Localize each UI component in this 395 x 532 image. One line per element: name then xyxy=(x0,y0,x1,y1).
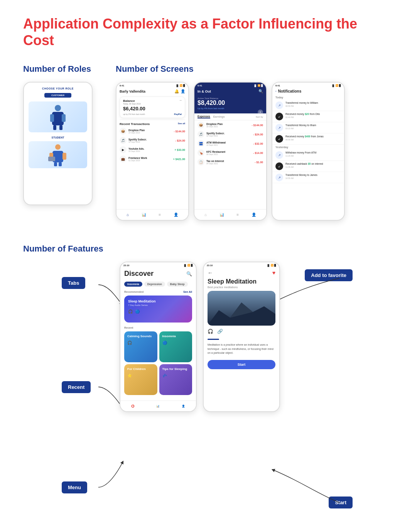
discover-status-icons: ▐▌ 🛜 ▉ xyxy=(183,264,193,267)
sleep-meditation-phone: 23:10 ▐▌ 🛜 ▉ ← ♥ Sleep Meditation Best p… xyxy=(203,262,280,412)
start-button[interactable]: Start xyxy=(208,360,275,369)
chart-nav-icon[interactable]: 📊 xyxy=(219,213,224,217)
features-section: Number of Features Tabs Recent Menu Add … xyxy=(23,244,372,532)
tx-date: 12 Sept 2019 xyxy=(128,141,173,143)
add-to-favorite-bubble: Add to favorite xyxy=(305,269,353,281)
notif-item: ↗ Withdraw money From ATM 11:20 AM xyxy=(272,150,344,161)
tx-date: 18 Sept 2021 xyxy=(206,125,250,128)
recent-transactions-header: Recent Transactions See all xyxy=(116,122,188,127)
notif-message: Received cashback $5 on interest xyxy=(285,162,341,166)
discover-search-icon[interactable]: 🔍 xyxy=(186,271,192,277)
sleep-divider xyxy=(208,339,219,340)
notif-icon: ↙ xyxy=(275,113,283,120)
sort-by[interactable]: Sort by xyxy=(256,116,263,118)
list-nav-icon[interactable]: ≡ xyxy=(159,213,161,217)
sleep-image xyxy=(208,291,275,326)
sleep-header: ← ♥ xyxy=(204,267,279,278)
notif-title: Notifications xyxy=(278,89,302,93)
back-icon[interactable]: ‹ xyxy=(275,90,277,93)
home-nav-icon[interactable]: ⌂ xyxy=(127,213,129,217)
notif-item: ↗ Transferred Money to Ilham 03:10 AM xyxy=(272,122,344,133)
share-icon[interactable]: 🔗 xyxy=(217,329,223,334)
tx-icon-dropbox: 📦 xyxy=(120,128,127,135)
tx-amount: - $144.00 xyxy=(174,130,185,133)
avatar-icon[interactable]: 👤 xyxy=(181,89,185,93)
screens-section: Number of Screens 9:41 ▐▌ 🛜 ▉ Barly Vall… xyxy=(116,64,372,221)
sleep-back-icon[interactable]: ← xyxy=(208,270,213,276)
notif-icon: ↗ xyxy=(275,124,283,132)
status-icons-1: ▐▌ 🛜 ▉ xyxy=(176,84,185,87)
list-nav-icon[interactable]: ≡ xyxy=(236,213,239,217)
tx-info: KFC Restaurant 08 Sept 2021 xyxy=(206,150,251,155)
notif-time: 11:20 AM xyxy=(285,155,341,157)
notif-message: Received money $400 from Jonas xyxy=(285,135,341,138)
svg-rect-9 xyxy=(62,153,66,160)
tx-amount: - $1.00 xyxy=(255,161,263,164)
tips-for-sleeping-card[interactable]: Tips for Sleeping 💤 xyxy=(159,364,192,395)
notif-icon: ↗ xyxy=(275,101,283,109)
customer-btn[interactable]: CUSTOMER xyxy=(44,93,71,98)
calming-sounds-title: Calming Sounds xyxy=(127,334,154,338)
battery-icon: ▉ xyxy=(339,84,341,87)
tx-amount: - $32.00 xyxy=(253,142,263,145)
notif-icon: ↗ xyxy=(275,151,283,159)
transaction-row: 🎵 Spotify Subscr. 12 Sept 2021 - $24.00 xyxy=(194,130,266,139)
student-illustration xyxy=(29,141,87,168)
see-all-recommended[interactable]: See All xyxy=(183,290,192,293)
profile-nav-icon[interactable]: 👤 xyxy=(174,213,178,217)
home-nav-icon[interactable]: ⭕ xyxy=(131,405,135,408)
insomnia-pill[interactable]: Insomnia xyxy=(124,282,142,287)
insomnia-card[interactable]: Insomnia 🔵 xyxy=(159,331,192,362)
see-all-link[interactable]: See all xyxy=(178,122,185,126)
tx-info-dropbox: Dropbox Plan 14 Sept 2019 xyxy=(128,129,172,134)
tx-amount: - $14.00 xyxy=(253,152,263,154)
tx-date: 12 Sept 2021 xyxy=(206,135,251,137)
profile-nav-icon[interactable]: 👤 xyxy=(252,213,256,217)
calming-sounds-card[interactable]: Calming Sounds 🎧 xyxy=(124,331,157,362)
notif-text: Transferred money to William 08:55 PM xyxy=(285,101,341,107)
wifi-icon: 🛜 xyxy=(187,264,190,267)
heart-icon[interactable]: ♥ xyxy=(272,270,275,276)
balance-date: Today, 06 Sept 2019 xyxy=(123,103,141,105)
notif-time: 03:10 AM xyxy=(285,127,341,130)
svg-rect-5 xyxy=(59,125,62,130)
tx-info-spotify: Spotify Subscr. 12 Sept 2019 xyxy=(128,138,173,143)
recommended-card[interactable]: Sleep Meditation 7 Day Audio Series 🎧 🔵 xyxy=(124,296,192,323)
sleep-status-icons: ▐▌ 🛜 ▉ xyxy=(267,264,276,267)
baby-sleep-pill[interactable]: Baby Sleep xyxy=(167,282,188,287)
tx-name: Spotify Subscr. xyxy=(128,138,173,141)
tx-name: ATM Withdrawal xyxy=(206,141,251,144)
bell-icon[interactable]: 🔔 xyxy=(174,89,179,93)
tx-name: Dropbox Plan xyxy=(128,129,172,132)
notif-icon: ↗ xyxy=(275,174,283,181)
svg-point-0 xyxy=(55,105,61,111)
profile-nav-icon[interactable]: 👤 xyxy=(182,405,185,408)
home-nav-icon[interactable]: ⌂ xyxy=(204,213,207,217)
start-bubble: Start xyxy=(329,497,353,508)
signal-icon: ▐▌ xyxy=(176,84,179,87)
depression-pill[interactable]: Depression xyxy=(144,282,165,287)
tx-info: Tax on Interest 04 Sept 2021 xyxy=(206,160,253,165)
notif-message: Transferred Money to James xyxy=(285,174,341,177)
status-icons-3: ▐▌ 🛜 ▉ xyxy=(331,84,341,87)
notif-text: Withdraw money From ATM 11:20 AM xyxy=(285,151,341,157)
notif-text: Received money $20 from Dito 02:40 PM xyxy=(285,113,341,118)
for-children-card[interactable]: For Children ⭐ xyxy=(124,364,157,395)
tx-info: Spotify Subscr. 12 Sept 2021 xyxy=(206,132,251,137)
sleep-description: Meditation is a practice where an indivi… xyxy=(204,341,279,357)
more-options-icon[interactable]: ••• xyxy=(180,99,182,101)
svg-rect-2 xyxy=(50,114,54,122)
tx-date: 10 Sept 2019 xyxy=(128,150,173,152)
chart-nav-icon[interactable]: 📊 xyxy=(156,405,160,408)
headphones-icon[interactable]: 🎧 xyxy=(208,329,213,334)
earnings-tab[interactable]: Earnings xyxy=(213,115,225,118)
discover-title: Discover xyxy=(124,270,154,278)
tx-amount: + $421.00 xyxy=(173,158,185,160)
search-icon[interactable]: 🔍 xyxy=(258,89,263,93)
choose-role-label: CHOOSE YOUR ROLE xyxy=(29,87,87,90)
chart-nav-icon[interactable]: 📊 xyxy=(142,213,146,217)
transaction-row: ▶ Youtube Ads. 10 Sept 2019 + $33.00 xyxy=(116,145,188,154)
expenses-tab[interactable]: Expenses xyxy=(198,115,210,118)
recent-label: Recent xyxy=(124,326,133,329)
tx-name: Dropbox Plan xyxy=(206,123,250,125)
